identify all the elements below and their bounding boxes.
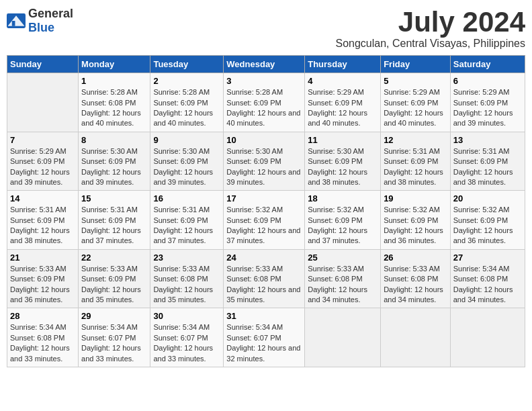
sunset-text: Sunset: 6:09 PM bbox=[453, 98, 522, 108]
day-number: 31 bbox=[226, 311, 302, 321]
day-number: 19 bbox=[384, 193, 447, 203]
sunset-text: Sunset: 6:09 PM bbox=[10, 274, 75, 284]
day-info: Sunrise: 5:34 AM Sunset: 6:08 PM Dayligh… bbox=[10, 322, 75, 364]
table-row: 25 Sunrise: 5:33 AM Sunset: 6:08 PM Dayl… bbox=[305, 249, 381, 308]
daylight-text: Daylight: 12 hours and 38 minutes. bbox=[10, 226, 75, 246]
sunrise-text: Sunrise: 5:29 AM bbox=[453, 87, 522, 97]
sunrise-text: Sunrise: 5:30 AM bbox=[153, 146, 220, 156]
sunset-text: Sunset: 6:07 PM bbox=[81, 333, 147, 343]
header-sunday: Sunday bbox=[7, 56, 79, 73]
logo-text: General Blue bbox=[28, 7, 73, 35]
day-info: Sunrise: 5:33 AM Sunset: 6:08 PM Dayligh… bbox=[384, 264, 447, 306]
day-info: Sunrise: 5:31 AM Sunset: 6:09 PM Dayligh… bbox=[153, 205, 220, 246]
day-info: Sunrise: 5:28 AM Sunset: 6:08 PM Dayligh… bbox=[81, 87, 147, 129]
sunset-text: Sunset: 6:09 PM bbox=[81, 216, 147, 226]
sunrise-text: Sunrise: 5:28 AM bbox=[153, 87, 220, 97]
day-number: 21 bbox=[10, 253, 75, 263]
table-row: 31 Sunrise: 5:34 AM Sunset: 6:07 PM Dayl… bbox=[224, 308, 305, 367]
day-number: 5 bbox=[384, 76, 447, 86]
sunrise-text: Sunrise: 5:30 AM bbox=[81, 146, 147, 156]
header-saturday: Saturday bbox=[450, 56, 525, 73]
table-row: 1 Sunrise: 5:28 AM Sunset: 6:08 PM Dayli… bbox=[79, 73, 150, 132]
sunrise-text: Sunrise: 5:31 AM bbox=[384, 146, 447, 156]
table-row: 2 Sunrise: 5:28 AM Sunset: 6:09 PM Dayli… bbox=[150, 73, 224, 132]
table-row bbox=[381, 308, 451, 367]
sunrise-text: Sunrise: 5:31 AM bbox=[153, 205, 220, 215]
sunset-text: Sunset: 6:08 PM bbox=[308, 274, 378, 284]
logo-blue: Blue bbox=[28, 21, 54, 34]
table-row: 17 Sunrise: 5:32 AM Sunset: 6:09 PM Dayl… bbox=[224, 191, 305, 250]
daylight-text: Daylight: 12 hours and 33 minutes. bbox=[81, 343, 147, 364]
day-number: 22 bbox=[81, 253, 147, 263]
daylight-text: Daylight: 12 hours and 34 minutes. bbox=[308, 285, 378, 306]
sunrise-text: Sunrise: 5:29 AM bbox=[308, 87, 378, 97]
day-info: Sunrise: 5:29 AM Sunset: 6:09 PM Dayligh… bbox=[308, 87, 378, 129]
daylight-text: Daylight: 12 hours and 39 minutes. bbox=[153, 167, 220, 188]
svg-rect-2 bbox=[12, 21, 15, 26]
sunset-text: Sunset: 6:09 PM bbox=[226, 98, 302, 108]
sunset-text: Sunset: 6:08 PM bbox=[226, 274, 302, 284]
header-tuesday: Tuesday bbox=[150, 56, 224, 73]
daylight-text: Daylight: 12 hours and 40 minutes. bbox=[226, 108, 302, 129]
sunset-text: Sunset: 6:09 PM bbox=[453, 216, 522, 226]
sunrise-text: Sunrise: 5:33 AM bbox=[10, 264, 75, 274]
table-row: 6 Sunrise: 5:29 AM Sunset: 6:09 PM Dayli… bbox=[450, 73, 525, 132]
day-number: 9 bbox=[153, 135, 220, 145]
sunset-text: Sunset: 6:08 PM bbox=[453, 274, 522, 284]
page-header: General Blue July 2024 Songculan, Centra… bbox=[7, 7, 525, 50]
sunrise-text: Sunrise: 5:33 AM bbox=[384, 264, 447, 274]
table-row: 4 Sunrise: 5:29 AM Sunset: 6:09 PM Dayli… bbox=[305, 73, 381, 132]
daylight-text: Daylight: 12 hours and 35 minutes. bbox=[226, 285, 302, 306]
sunrise-text: Sunrise: 5:31 AM bbox=[453, 146, 522, 156]
sunset-text: Sunset: 6:08 PM bbox=[10, 333, 75, 343]
table-row bbox=[450, 308, 525, 367]
day-info: Sunrise: 5:32 AM Sunset: 6:09 PM Dayligh… bbox=[384, 205, 447, 246]
header-thursday: Thursday bbox=[305, 56, 381, 73]
sunset-text: Sunset: 6:09 PM bbox=[308, 216, 378, 226]
day-info: Sunrise: 5:34 AM Sunset: 6:07 PM Dayligh… bbox=[226, 322, 302, 364]
title-section: July 2024 Songculan, Central Visayas, Ph… bbox=[335, 7, 525, 50]
sunset-text: Sunset: 6:08 PM bbox=[153, 274, 220, 284]
calendar-week-row: 28 Sunrise: 5:34 AM Sunset: 6:08 PM Dayl… bbox=[7, 308, 525, 367]
day-number: 14 bbox=[10, 193, 75, 203]
day-number: 10 bbox=[226, 135, 302, 145]
daylight-text: Daylight: 12 hours and 36 minutes. bbox=[453, 226, 522, 246]
daylight-text: Daylight: 12 hours and 40 minutes. bbox=[384, 108, 447, 129]
header-wednesday: Wednesday bbox=[224, 56, 305, 73]
daylight-text: Daylight: 12 hours and 38 minutes. bbox=[384, 167, 447, 188]
daylight-text: Daylight: 12 hours and 37 minutes. bbox=[153, 226, 220, 246]
daylight-text: Daylight: 12 hours and 37 minutes. bbox=[226, 226, 302, 246]
table-row: 28 Sunrise: 5:34 AM Sunset: 6:08 PM Dayl… bbox=[7, 308, 79, 367]
table-row: 20 Sunrise: 5:32 AM Sunset: 6:09 PM Dayl… bbox=[450, 191, 525, 250]
sunset-text: Sunset: 6:09 PM bbox=[153, 98, 220, 108]
sunset-text: Sunset: 6:09 PM bbox=[384, 156, 447, 167]
day-info: Sunrise: 5:33 AM Sunset: 6:09 PM Dayligh… bbox=[81, 264, 147, 306]
day-info: Sunrise: 5:31 AM Sunset: 6:09 PM Dayligh… bbox=[81, 205, 147, 246]
daylight-text: Daylight: 12 hours and 39 minutes. bbox=[10, 167, 75, 188]
sunset-text: Sunset: 6:09 PM bbox=[10, 216, 75, 226]
sunrise-text: Sunrise: 5:30 AM bbox=[308, 146, 378, 156]
sunrise-text: Sunrise: 5:34 AM bbox=[226, 322, 302, 332]
sunset-text: Sunset: 6:08 PM bbox=[81, 98, 147, 108]
table-row bbox=[7, 73, 79, 132]
sunset-text: Sunset: 6:09 PM bbox=[153, 156, 220, 167]
header-monday: Monday bbox=[79, 56, 150, 73]
sunset-text: Sunset: 6:09 PM bbox=[226, 156, 302, 167]
daylight-text: Daylight: 12 hours and 33 minutes. bbox=[153, 343, 220, 364]
day-number: 24 bbox=[226, 253, 302, 263]
daylight-text: Daylight: 12 hours and 37 minutes. bbox=[308, 226, 378, 246]
daylight-text: Daylight: 12 hours and 39 minutes. bbox=[453, 108, 522, 129]
day-info: Sunrise: 5:30 AM Sunset: 6:09 PM Dayligh… bbox=[81, 146, 147, 188]
calendar-week-row: 14 Sunrise: 5:31 AM Sunset: 6:09 PM Dayl… bbox=[7, 191, 525, 250]
day-number: 28 bbox=[10, 311, 75, 321]
daylight-text: Daylight: 12 hours and 40 minutes. bbox=[308, 108, 378, 129]
sunrise-text: Sunrise: 5:32 AM bbox=[226, 205, 302, 215]
table-row: 8 Sunrise: 5:30 AM Sunset: 6:09 PM Dayli… bbox=[79, 132, 150, 191]
table-row: 13 Sunrise: 5:31 AM Sunset: 6:09 PM Dayl… bbox=[450, 132, 525, 191]
day-number: 3 bbox=[226, 76, 302, 86]
table-row: 7 Sunrise: 5:29 AM Sunset: 6:09 PM Dayli… bbox=[7, 132, 79, 191]
day-number: 12 bbox=[384, 135, 447, 145]
daylight-text: Daylight: 12 hours and 35 minutes. bbox=[153, 285, 220, 306]
sunset-text: Sunset: 6:09 PM bbox=[453, 156, 522, 167]
sunset-text: Sunset: 6:09 PM bbox=[226, 216, 302, 226]
